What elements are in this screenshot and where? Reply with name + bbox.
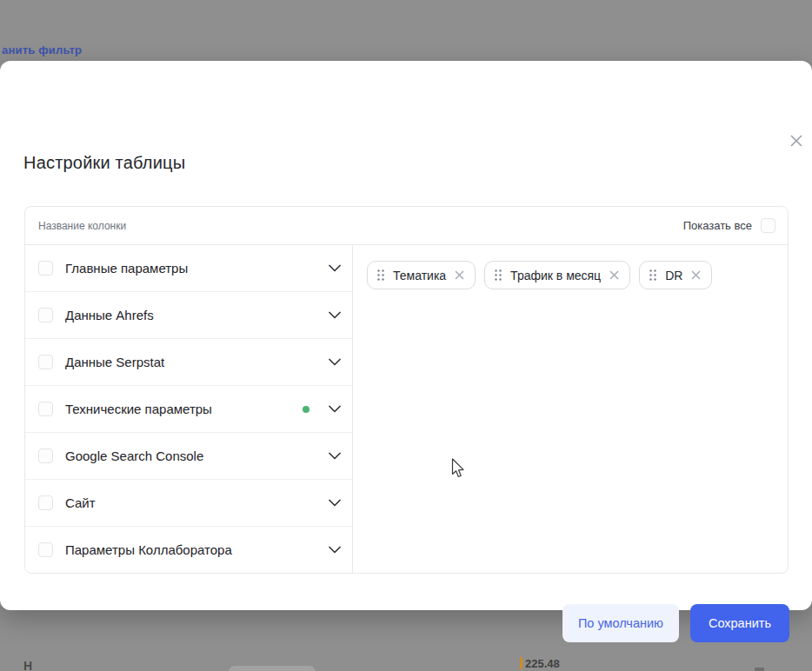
show-all-checkbox[interactable]	[761, 218, 775, 233]
group-row-main-params[interactable]: Главные параметры	[25, 245, 352, 292]
status-dot-icon	[303, 406, 309, 413]
save-button[interactable]: Сохранить	[690, 604, 789, 642]
group-row-google-search-console[interactable]: Google Search Console	[25, 433, 352, 480]
group-label: Сайт	[65, 495, 316, 510]
drag-handle-icon[interactable]	[495, 269, 502, 281]
modal-title: Настройки таблицы	[23, 153, 185, 173]
chevron-down-icon[interactable]	[329, 405, 341, 413]
group-row-serpstat[interactable]: Данные Serpstat	[25, 339, 352, 386]
chip-remove-icon[interactable]	[609, 270, 619, 280]
group-checkbox[interactable]	[38, 448, 53, 463]
chip-label: Трафик в месяц	[510, 269, 601, 282]
group-label: Данные Ahrefs	[65, 308, 316, 322]
chevron-down-icon[interactable]	[329, 358, 341, 366]
chevron-down-icon[interactable]	[329, 499, 341, 507]
show-all-label: Показать все	[683, 219, 752, 232]
chip-remove-icon[interactable]	[455, 270, 464, 280]
group-label: Параметры Коллаборатора	[65, 542, 316, 557]
background-metric-fragment: 225.48	[520, 657, 560, 670]
show-all-control[interactable]: Показать все	[683, 218, 775, 233]
background-pill-fragment	[229, 666, 316, 671]
panel-header: Название колонки Показать все	[25, 207, 788, 245]
column-name-header: Название колонки	[38, 220, 126, 232]
group-checkbox[interactable]	[38, 495, 53, 510]
chevron-down-icon[interactable]	[329, 546, 341, 554]
chip-label: DR	[665, 269, 682, 282]
save-filter-link-partial[interactable]: анить фильтр	[2, 43, 82, 56]
columns-panel: Название колонки Показать все Главные па…	[24, 206, 789, 574]
group-checkbox[interactable]	[38, 402, 53, 416]
group-row-site[interactable]: Сайт	[25, 480, 352, 527]
chevron-down-icon[interactable]	[329, 452, 341, 460]
drag-handle-icon[interactable]	[377, 269, 384, 281]
metric-flag-icon	[520, 657, 522, 669]
drag-handle-icon[interactable]	[649, 269, 656, 281]
modal-footer: По умолчанию Сохранить	[562, 604, 789, 642]
group-checkbox[interactable]	[38, 261, 53, 276]
group-label: Главные параметры	[65, 261, 316, 276]
panel-body: Главные параметры Данные Ahrefs Данные S…	[25, 245, 788, 573]
background-text-fragment: Н	[23, 659, 32, 671]
group-row-technical-params[interactable]: Технические параметры	[25, 386, 352, 433]
group-row-collaborator-params[interactable]: Параметры Коллаборатора	[25, 527, 352, 573]
group-checkbox[interactable]	[38, 542, 53, 557]
selected-columns-area: Тематика Трафик в месяц	[353, 245, 788, 573]
group-row-ahrefs[interactable]: Данные Ahrefs	[25, 292, 352, 339]
chip-remove-icon[interactable]	[691, 270, 701, 280]
group-label: Технические параметры	[65, 402, 290, 416]
column-chip-traffic[interactable]: Трафик в месяц	[484, 261, 630, 289]
chevron-down-icon[interactable]	[329, 264, 341, 272]
group-label: Google Search Console	[65, 448, 316, 463]
table-settings-modal: Настройки таблицы Название колонки Показ…	[0, 61, 812, 610]
group-checkbox[interactable]	[38, 308, 53, 322]
chevron-down-icon[interactable]	[329, 311, 341, 319]
group-checkbox[interactable]	[38, 355, 53, 369]
close-icon[interactable]	[786, 130, 807, 151]
chip-label: Тематика	[393, 269, 446, 282]
background-fragment	[755, 668, 764, 671]
default-button[interactable]: По умолчанию	[562, 604, 679, 642]
group-list: Главные параметры Данные Ahrefs Данные S…	[25, 245, 353, 573]
group-label: Данные Serpstat	[65, 355, 316, 369]
column-chip-tematika[interactable]: Тематика	[367, 261, 476, 289]
column-chip-dr[interactable]: DR	[639, 261, 712, 289]
